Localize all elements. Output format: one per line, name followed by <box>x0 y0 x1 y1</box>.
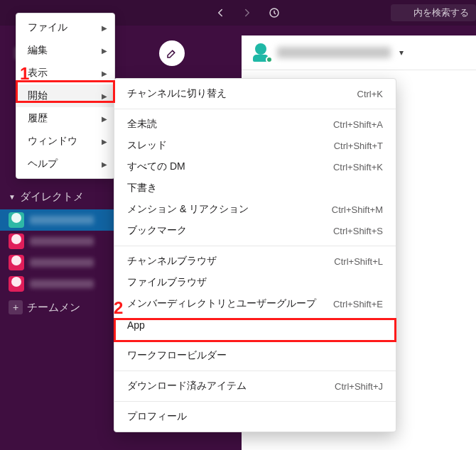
submenu-label: ダウンロード済みアイテム <box>127 380 247 393</box>
submenu-label: ワークフロービルダー <box>127 349 227 362</box>
submenu-profile[interactable]: プロフィール <box>114 406 396 427</box>
menu-history[interactable]: 履歴 ▶ <box>16 107 114 130</box>
menu-label: 編集 <box>28 44 48 57</box>
menu-label: 表示 <box>28 67 48 79</box>
caret-down-icon: ▼ <box>9 193 16 201</box>
channel-header: ▾ <box>242 35 476 70</box>
forward-button[interactable] <box>240 6 254 20</box>
menu-separator <box>114 340 396 341</box>
dm-name <box>30 237 94 246</box>
annotation-number-1: 1 <box>20 64 29 84</box>
menu-label: ファイル <box>28 21 67 34</box>
menu-label: ウィンドウ <box>28 135 77 148</box>
shortcut-text: Ctrl+Shift+J <box>335 381 383 392</box>
submenu-channel-browser[interactable]: チャンネルブラウザ Ctrl+Shift+L <box>114 251 396 272</box>
submenu-label: プロフィール <box>127 410 187 423</box>
submenu-arrow-icon: ▶ <box>102 24 107 32</box>
search-input[interactable]: 内を検索する <box>391 4 476 21</box>
submenu-bookmarks[interactable]: ブックマーク Ctrl+Shift+S <box>114 220 396 241</box>
menu-separator <box>114 371 396 371</box>
submenu-mentions-reactions[interactable]: メンション & リアクション Ctrl+Shift+M <box>114 199 396 220</box>
back-button[interactable] <box>213 6 227 20</box>
shortcut-text: Ctrl+Shift+M <box>332 204 383 215</box>
app-menu: ファイル ▶ 編集 ▶ 表示 ▶ 開始 ▶ 履歴 ▶ ウィンドウ ▶ ヘルプ ▶ <box>16 13 115 179</box>
submenu-label: メンション & リアクション <box>127 203 249 216</box>
menu-label: 履歴 <box>28 112 48 125</box>
avatar-icon <box>9 212 24 228</box>
dm-name <box>30 258 94 267</box>
submenu-workflow-builder[interactable]: ワークフロービルダー <box>114 345 396 366</box>
submenu-arrow-icon: ▶ <box>102 138 107 146</box>
dm-name <box>30 216 94 224</box>
sidebar-section-label: ダイレクトメ <box>20 190 84 204</box>
submenu-downloads[interactable]: ダウンロード済みアイテム Ctrl+Shift+J <box>114 375 396 397</box>
submenu-label: App <box>127 319 145 331</box>
search-label: 内を検索する <box>413 6 469 19</box>
compose-button[interactable] <box>159 40 185 66</box>
submenu-file-browser[interactable]: ファイルブラウザ <box>114 272 396 293</box>
shortcut-text: Ctrl+Shift+E <box>333 299 383 309</box>
add-icon[interactable]: + <box>9 300 23 314</box>
shortcut-text: Ctrl+Shift+A <box>333 119 383 130</box>
submenu-threads[interactable]: スレッド Ctrl+Shift+T <box>114 135 396 156</box>
shortcut-text: Ctrl+K <box>357 89 383 99</box>
start-submenu: チャンネルに切り替え Ctrl+K 全未読 Ctrl+Shift+A スレッド … <box>114 78 396 432</box>
sidebar-section-label: チームメン <box>27 301 80 314</box>
submenu-arrow-icon: ▶ <box>102 47 107 55</box>
shortcut-text: Ctrl+Shift+S <box>333 226 383 236</box>
avatar-icon <box>9 234 24 249</box>
menu-separator <box>114 246 396 246</box>
channel-name[interactable] <box>277 47 391 58</box>
dm-name <box>30 280 94 288</box>
submenu-label: 全未読 <box>127 118 157 131</box>
menu-edit[interactable]: 編集 ▶ <box>16 39 114 62</box>
submenu-arrow-icon: ▶ <box>102 92 107 100</box>
submenu-arrow-icon: ▶ <box>102 70 107 77</box>
menu-view[interactable]: 表示 ▶ <box>16 62 114 84</box>
submenu-app[interactable]: App <box>114 314 396 336</box>
submenu-label: ブックマーク <box>127 224 187 237</box>
menu-file[interactable]: ファイル ▶ <box>16 16 114 39</box>
history-button[interactable] <box>267 6 281 20</box>
avatar-icon <box>9 276 24 292</box>
submenu-arrow-icon: ▶ <box>102 160 107 168</box>
submenu-label: チャンネルブラウザ <box>127 255 217 268</box>
submenu-label: スレッド <box>127 139 167 152</box>
submenu-label: 下書き <box>127 182 157 194</box>
submenu-all-dms[interactable]: すべての DM Ctrl+Shift+K <box>114 156 396 177</box>
menu-window[interactable]: ウィンドウ ▶ <box>16 130 114 153</box>
menu-label: ヘルプ <box>28 158 58 170</box>
channel-caret-icon[interactable]: ▾ <box>399 48 404 57</box>
submenu-arrow-icon: ▶ <box>102 115 107 123</box>
shortcut-text: Ctrl+Shift+L <box>334 256 383 267</box>
annotation-number-2: 2 <box>114 298 123 318</box>
avatar-icon <box>9 255 24 270</box>
submenu-member-directory[interactable]: メンバーディレクトリとユーザーグループ Ctrl+Shift+E <box>114 293 396 314</box>
menu-start[interactable]: 開始 ▶ <box>16 84 114 107</box>
menu-label: 開始 <box>28 89 48 102</box>
shortcut-text: Ctrl+Shift+T <box>334 141 383 151</box>
submenu-label: メンバーディレクトリとユーザーグループ <box>127 297 316 310</box>
submenu-all-unreads[interactable]: 全未読 Ctrl+Shift+A <box>114 114 396 135</box>
menu-separator <box>114 109 396 109</box>
menu-help[interactable]: ヘルプ ▶ <box>16 153 114 175</box>
submenu-switch-channel[interactable]: チャンネルに切り替え Ctrl+K <box>114 83 396 104</box>
menu-separator <box>114 401 396 402</box>
submenu-drafts[interactable]: 下書き <box>114 177 396 199</box>
user-avatar-icon[interactable] <box>253 43 271 62</box>
shortcut-text: Ctrl+Shift+K <box>333 162 383 172</box>
submenu-label: すべての DM <box>127 160 185 173</box>
submenu-label: チャンネルに切り替え <box>127 87 227 100</box>
submenu-label: ファイルブラウザ <box>127 276 207 289</box>
